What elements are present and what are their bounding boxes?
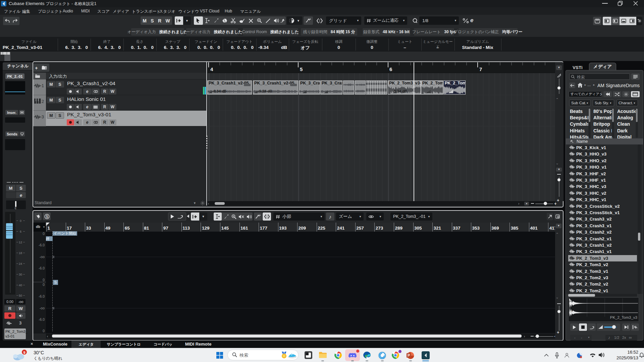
svg-text:S: S xyxy=(46,215,48,218)
svg-text:P: P xyxy=(408,353,410,357)
